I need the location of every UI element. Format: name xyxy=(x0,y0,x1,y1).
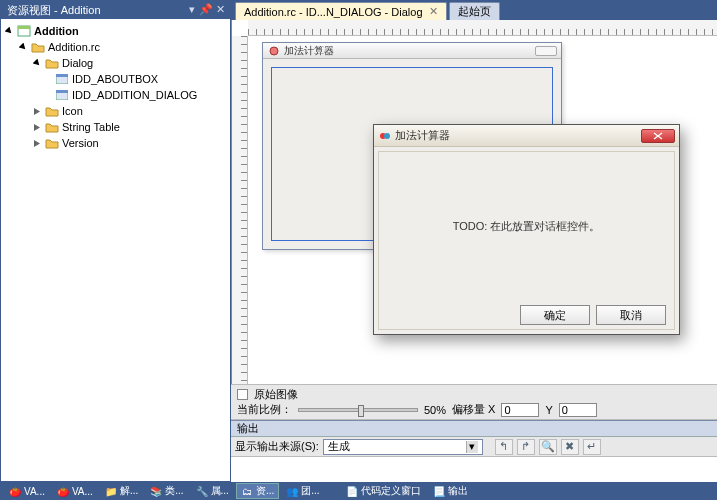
resource-view-panel: 资源视图 - Addition ▾ 📌 ✕ Addition Addition.… xyxy=(0,0,231,482)
output-find-icon[interactable]: 🔍 xyxy=(539,439,557,455)
folder-icon xyxy=(45,137,59,149)
taskbar-item[interactable]: 🍅VA... xyxy=(52,483,98,499)
resources-icon: 🗂 xyxy=(241,485,253,497)
app-icon xyxy=(267,45,281,57)
tree-label: Addition.rc xyxy=(48,41,100,53)
tree-icon-folder[interactable]: Icon xyxy=(3,103,228,119)
zoom-slider-thumb[interactable] xyxy=(358,405,364,417)
design-dialog-titlebar: 加法计算器 xyxy=(263,43,561,59)
runtime-dialog-window[interactable]: 加法计算器 TODO: 在此放置对话框控件。 确定 取消 xyxy=(373,124,680,335)
runtime-dialog-title: 加法计算器 xyxy=(395,128,641,143)
taskbar-item-output[interactable]: 📃输出 xyxy=(428,483,473,499)
tree-string-folder[interactable]: String Table xyxy=(3,119,228,135)
tab-label: Addition.rc - ID...N_DIALOG - Dialog xyxy=(244,6,423,18)
folder-icon xyxy=(45,57,59,69)
tree-twisty-icon[interactable] xyxy=(3,25,15,37)
bottom-tool-window-tabs: 🍅VA... 🍅VA... 📁解... 📚类... 🔧属... 🗂资... 👥团… xyxy=(0,482,717,500)
panel-close-icon[interactable]: ✕ xyxy=(214,3,226,15)
tree-label: Version xyxy=(62,137,99,149)
tree-twisty-icon[interactable] xyxy=(31,121,43,133)
taskbar-item[interactable]: 📁解... xyxy=(100,483,143,499)
tree-dialog-folder[interactable]: Dialog xyxy=(3,55,228,71)
solution-icon: 📁 xyxy=(105,485,117,497)
output-header: 输出 xyxy=(231,421,717,437)
offset-y-label: Y xyxy=(545,404,552,416)
zoom-status-bar: 原始图像 当前比例： 50% 偏移量 X 0 Y 0 xyxy=(231,384,717,420)
app-icon xyxy=(378,130,392,142)
zoom-slider[interactable] xyxy=(298,408,418,412)
design-dialog-title: 加法计算器 xyxy=(284,44,535,58)
output-prev-icon[interactable]: ↰ xyxy=(495,439,513,455)
tab-label: 起始页 xyxy=(458,4,491,19)
close-button[interactable] xyxy=(641,129,675,143)
resource-view-title: 资源视图 - Addition xyxy=(7,3,101,18)
folder-icon xyxy=(31,41,45,53)
svg-point-8 xyxy=(384,133,390,139)
output-wrap-icon[interactable]: ↵ xyxy=(583,439,601,455)
tree-version-folder[interactable]: Version xyxy=(3,135,228,151)
document-tab-strip: Addition.rc - ID...N_DIALOG - Dialog ✕ 起… xyxy=(231,0,717,20)
folder-icon xyxy=(45,121,59,133)
dialog-icon xyxy=(55,73,69,85)
taskbar-item[interactable]: 👥团... xyxy=(281,483,324,499)
folder-icon xyxy=(45,105,59,117)
tree-root[interactable]: Addition xyxy=(3,23,228,39)
taskbar-item[interactable]: 🔧属... xyxy=(191,483,234,499)
todo-placeholder-text: TODO: 在此放置对话框控件。 xyxy=(379,152,674,301)
svg-rect-1 xyxy=(18,26,30,29)
offset-x-input[interactable]: 0 xyxy=(501,403,539,417)
tree-label: String Table xyxy=(62,121,120,133)
panel-pin-icon[interactable]: 📌 xyxy=(200,3,212,15)
taskbar-item-code-def[interactable]: 📄代码定义窗口 xyxy=(341,483,426,499)
output-title: 输出 xyxy=(237,421,259,436)
zoom-percent: 50% xyxy=(424,404,446,416)
svg-rect-3 xyxy=(56,74,68,77)
taskbar-item[interactable]: 🍅VA... xyxy=(4,483,50,499)
tree-twisty-icon[interactable] xyxy=(31,137,43,149)
tree-label: Dialog xyxy=(62,57,93,69)
tree-dialog-about[interactable]: IDD_ABOUTBOX xyxy=(3,71,228,87)
project-icon xyxy=(17,25,31,37)
svg-rect-5 xyxy=(56,90,68,93)
output-text-area[interactable] xyxy=(231,457,717,482)
tree-label: IDD_ABOUTBOX xyxy=(72,73,158,85)
offset-y-input[interactable]: 0 xyxy=(559,403,597,417)
taskbar-item[interactable]: 📚类... xyxy=(145,483,188,499)
cancel-button[interactable]: 取消 xyxy=(596,305,666,325)
min-button-icon xyxy=(535,46,557,56)
code-icon: 📄 xyxy=(346,485,358,497)
runtime-dialog-titlebar[interactable]: 加法计算器 xyxy=(374,125,679,147)
tree-label: Icon xyxy=(62,105,83,117)
svg-point-6 xyxy=(270,47,278,55)
properties-icon: 🔧 xyxy=(196,485,208,497)
output-toolbar: 显示输出来源(S): 生成 ▾ ↰ ↱ 🔍 ✖ ↵ xyxy=(231,437,717,457)
resource-tree[interactable]: Addition Addition.rc Dialog IDD_ABOUTBOX… xyxy=(1,19,230,481)
original-image-checkbox[interactable] xyxy=(237,389,248,400)
original-image-label: 原始图像 xyxy=(254,387,298,402)
output-panel: 输出 显示输出来源(S): 生成 ▾ ↰ ↱ 🔍 ✖ ↵ xyxy=(231,420,717,482)
close-icon xyxy=(653,132,663,140)
taskbar-item-resources[interactable]: 🗂资... xyxy=(236,483,279,499)
output-next-icon[interactable]: ↱ xyxy=(517,439,535,455)
va-icon: 🍅 xyxy=(9,485,21,497)
tree-dialog-main[interactable]: IDD_ADDITION_DIALOG xyxy=(3,87,228,103)
output-source-label: 显示输出来源(S): xyxy=(235,439,319,454)
output-source-combobox[interactable]: 生成 ▾ xyxy=(323,439,483,455)
offset-label: 偏移量 X xyxy=(452,402,495,417)
tree-twisty-icon[interactable] xyxy=(31,105,43,117)
tree-rc[interactable]: Addition.rc xyxy=(3,39,228,55)
tree-twisty-icon[interactable] xyxy=(17,41,29,53)
output-clear-icon[interactable]: ✖ xyxy=(561,439,579,455)
output-icon: 📃 xyxy=(433,485,445,497)
tree-label: IDD_ADDITION_DIALOG xyxy=(72,89,197,101)
tab-close-icon[interactable]: ✕ xyxy=(429,5,438,18)
va-icon: 🍅 xyxy=(57,485,69,497)
tree-twisty-icon[interactable] xyxy=(31,57,43,69)
ok-button[interactable]: 确定 xyxy=(520,305,590,325)
team-icon: 👥 xyxy=(286,485,298,497)
tab-dialog-editor[interactable]: Addition.rc - ID...N_DIALOG - Dialog ✕ xyxy=(235,2,447,20)
chevron-down-icon[interactable]: ▾ xyxy=(466,441,478,453)
panel-dropdown-icon[interactable]: ▾ xyxy=(186,3,198,15)
tab-start-page[interactable]: 起始页 xyxy=(449,2,500,20)
runtime-dialog-client-area: TODO: 在此放置对话框控件。 确定 取消 xyxy=(378,151,675,330)
